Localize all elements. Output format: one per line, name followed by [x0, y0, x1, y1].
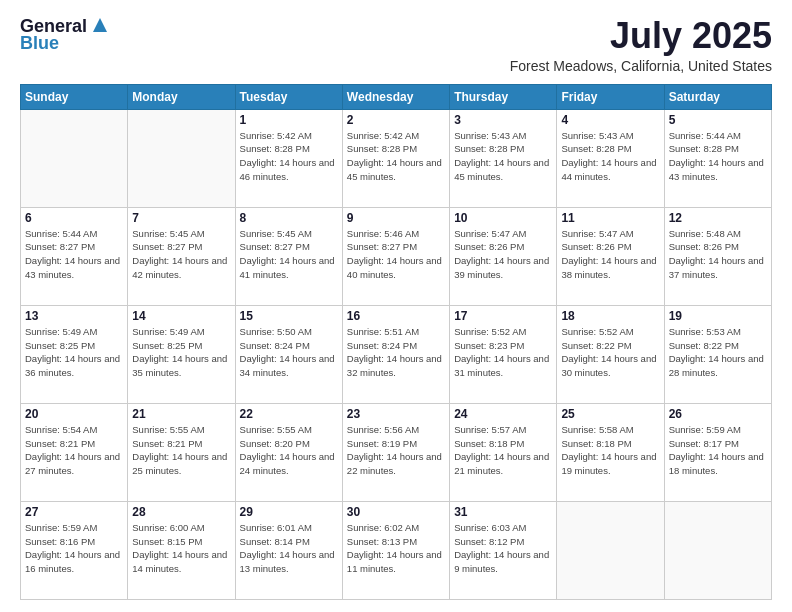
page: General Blue July 2025 Forest Meadows, C…	[0, 0, 792, 612]
cell-content: Sunrise: 5:54 AMSunset: 8:21 PMDaylight:…	[25, 423, 123, 478]
title-location: Forest Meadows, California, United State…	[510, 58, 772, 74]
cell-content: Sunrise: 5:51 AMSunset: 8:24 PMDaylight:…	[347, 325, 445, 380]
calendar-cell: 13Sunrise: 5:49 AMSunset: 8:25 PMDayligh…	[21, 305, 128, 403]
title-block: July 2025 Forest Meadows, California, Un…	[510, 16, 772, 74]
calendar-cell: 17Sunrise: 5:52 AMSunset: 8:23 PMDayligh…	[450, 305, 557, 403]
calendar-week-3: 13Sunrise: 5:49 AMSunset: 8:25 PMDayligh…	[21, 305, 772, 403]
calendar-cell: 22Sunrise: 5:55 AMSunset: 8:20 PMDayligh…	[235, 403, 342, 501]
day-number: 29	[240, 505, 338, 519]
col-header-tuesday: Tuesday	[235, 84, 342, 109]
calendar-cell: 9Sunrise: 5:46 AMSunset: 8:27 PMDaylight…	[342, 207, 449, 305]
calendar-cell: 30Sunrise: 6:02 AMSunset: 8:13 PMDayligh…	[342, 501, 449, 599]
col-header-wednesday: Wednesday	[342, 84, 449, 109]
col-header-sunday: Sunday	[21, 84, 128, 109]
calendar-cell: 16Sunrise: 5:51 AMSunset: 8:24 PMDayligh…	[342, 305, 449, 403]
cell-content: Sunrise: 5:58 AMSunset: 8:18 PMDaylight:…	[561, 423, 659, 478]
day-number: 18	[561, 309, 659, 323]
cell-content: Sunrise: 5:55 AMSunset: 8:20 PMDaylight:…	[240, 423, 338, 478]
calendar-cell: 24Sunrise: 5:57 AMSunset: 8:18 PMDayligh…	[450, 403, 557, 501]
calendar-week-5: 27Sunrise: 5:59 AMSunset: 8:16 PMDayligh…	[21, 501, 772, 599]
day-number: 23	[347, 407, 445, 421]
calendar-cell	[557, 501, 664, 599]
day-number: 6	[25, 211, 123, 225]
cell-content: Sunrise: 5:47 AMSunset: 8:26 PMDaylight:…	[561, 227, 659, 282]
day-number: 15	[240, 309, 338, 323]
calendar-cell: 18Sunrise: 5:52 AMSunset: 8:22 PMDayligh…	[557, 305, 664, 403]
calendar-week-1: 1Sunrise: 5:42 AMSunset: 8:28 PMDaylight…	[21, 109, 772, 207]
day-number: 24	[454, 407, 552, 421]
cell-content: Sunrise: 5:59 AMSunset: 8:17 PMDaylight:…	[669, 423, 767, 478]
calendar-cell: 31Sunrise: 6:03 AMSunset: 8:12 PMDayligh…	[450, 501, 557, 599]
calendar-cell: 11Sunrise: 5:47 AMSunset: 8:26 PMDayligh…	[557, 207, 664, 305]
cell-content: Sunrise: 5:55 AMSunset: 8:21 PMDaylight:…	[132, 423, 230, 478]
cell-content: Sunrise: 5:56 AMSunset: 8:19 PMDaylight:…	[347, 423, 445, 478]
logo-blue: Blue	[20, 33, 59, 54]
day-number: 28	[132, 505, 230, 519]
calendar-cell	[664, 501, 771, 599]
cell-content: Sunrise: 5:57 AMSunset: 8:18 PMDaylight:…	[454, 423, 552, 478]
day-number: 10	[454, 211, 552, 225]
calendar-cell: 19Sunrise: 5:53 AMSunset: 8:22 PMDayligh…	[664, 305, 771, 403]
cell-content: Sunrise: 5:49 AMSunset: 8:25 PMDaylight:…	[25, 325, 123, 380]
day-number: 12	[669, 211, 767, 225]
calendar-cell: 7Sunrise: 5:45 AMSunset: 8:27 PMDaylight…	[128, 207, 235, 305]
cell-content: Sunrise: 5:45 AMSunset: 8:27 PMDaylight:…	[132, 227, 230, 282]
calendar-cell: 2Sunrise: 5:42 AMSunset: 8:28 PMDaylight…	[342, 109, 449, 207]
logo: General Blue	[20, 16, 111, 54]
cell-content: Sunrise: 5:43 AMSunset: 8:28 PMDaylight:…	[454, 129, 552, 184]
calendar-cell: 14Sunrise: 5:49 AMSunset: 8:25 PMDayligh…	[128, 305, 235, 403]
cell-content: Sunrise: 5:53 AMSunset: 8:22 PMDaylight:…	[669, 325, 767, 380]
calendar-cell: 21Sunrise: 5:55 AMSunset: 8:21 PMDayligh…	[128, 403, 235, 501]
calendar-cell: 6Sunrise: 5:44 AMSunset: 8:27 PMDaylight…	[21, 207, 128, 305]
day-number: 16	[347, 309, 445, 323]
day-number: 1	[240, 113, 338, 127]
col-header-friday: Friday	[557, 84, 664, 109]
day-number: 26	[669, 407, 767, 421]
day-number: 2	[347, 113, 445, 127]
calendar-header-row: SundayMondayTuesdayWednesdayThursdayFrid…	[21, 84, 772, 109]
logo-icon	[89, 14, 111, 36]
cell-content: Sunrise: 6:00 AMSunset: 8:15 PMDaylight:…	[132, 521, 230, 576]
cell-content: Sunrise: 5:46 AMSunset: 8:27 PMDaylight:…	[347, 227, 445, 282]
day-number: 21	[132, 407, 230, 421]
day-number: 14	[132, 309, 230, 323]
cell-content: Sunrise: 5:44 AMSunset: 8:28 PMDaylight:…	[669, 129, 767, 184]
cell-content: Sunrise: 5:43 AMSunset: 8:28 PMDaylight:…	[561, 129, 659, 184]
calendar-cell: 12Sunrise: 5:48 AMSunset: 8:26 PMDayligh…	[664, 207, 771, 305]
calendar-cell: 20Sunrise: 5:54 AMSunset: 8:21 PMDayligh…	[21, 403, 128, 501]
cell-content: Sunrise: 6:02 AMSunset: 8:13 PMDaylight:…	[347, 521, 445, 576]
calendar-cell: 28Sunrise: 6:00 AMSunset: 8:15 PMDayligh…	[128, 501, 235, 599]
calendar-cell: 8Sunrise: 5:45 AMSunset: 8:27 PMDaylight…	[235, 207, 342, 305]
day-number: 30	[347, 505, 445, 519]
cell-content: Sunrise: 5:50 AMSunset: 8:24 PMDaylight:…	[240, 325, 338, 380]
svg-marker-0	[93, 18, 107, 32]
calendar-cell: 3Sunrise: 5:43 AMSunset: 8:28 PMDaylight…	[450, 109, 557, 207]
cell-content: Sunrise: 5:44 AMSunset: 8:27 PMDaylight:…	[25, 227, 123, 282]
day-number: 13	[25, 309, 123, 323]
calendar-cell: 27Sunrise: 5:59 AMSunset: 8:16 PMDayligh…	[21, 501, 128, 599]
calendar-cell	[128, 109, 235, 207]
day-number: 8	[240, 211, 338, 225]
calendar-cell	[21, 109, 128, 207]
col-header-thursday: Thursday	[450, 84, 557, 109]
calendar-cell: 29Sunrise: 6:01 AMSunset: 8:14 PMDayligh…	[235, 501, 342, 599]
cell-content: Sunrise: 5:59 AMSunset: 8:16 PMDaylight:…	[25, 521, 123, 576]
calendar-table: SundayMondayTuesdayWednesdayThursdayFrid…	[20, 84, 772, 600]
cell-content: Sunrise: 5:47 AMSunset: 8:26 PMDaylight:…	[454, 227, 552, 282]
cell-content: Sunrise: 5:42 AMSunset: 8:28 PMDaylight:…	[347, 129, 445, 184]
header: General Blue July 2025 Forest Meadows, C…	[20, 16, 772, 74]
day-number: 5	[669, 113, 767, 127]
calendar-cell: 15Sunrise: 5:50 AMSunset: 8:24 PMDayligh…	[235, 305, 342, 403]
cell-content: Sunrise: 5:52 AMSunset: 8:22 PMDaylight:…	[561, 325, 659, 380]
col-header-monday: Monday	[128, 84, 235, 109]
cell-content: Sunrise: 6:03 AMSunset: 8:12 PMDaylight:…	[454, 521, 552, 576]
cell-content: Sunrise: 5:42 AMSunset: 8:28 PMDaylight:…	[240, 129, 338, 184]
calendar-cell: 26Sunrise: 5:59 AMSunset: 8:17 PMDayligh…	[664, 403, 771, 501]
calendar-cell: 5Sunrise: 5:44 AMSunset: 8:28 PMDaylight…	[664, 109, 771, 207]
day-number: 11	[561, 211, 659, 225]
col-header-saturday: Saturday	[664, 84, 771, 109]
calendar-cell: 10Sunrise: 5:47 AMSunset: 8:26 PMDayligh…	[450, 207, 557, 305]
cell-content: Sunrise: 6:01 AMSunset: 8:14 PMDaylight:…	[240, 521, 338, 576]
title-month: July 2025	[510, 16, 772, 56]
day-number: 3	[454, 113, 552, 127]
